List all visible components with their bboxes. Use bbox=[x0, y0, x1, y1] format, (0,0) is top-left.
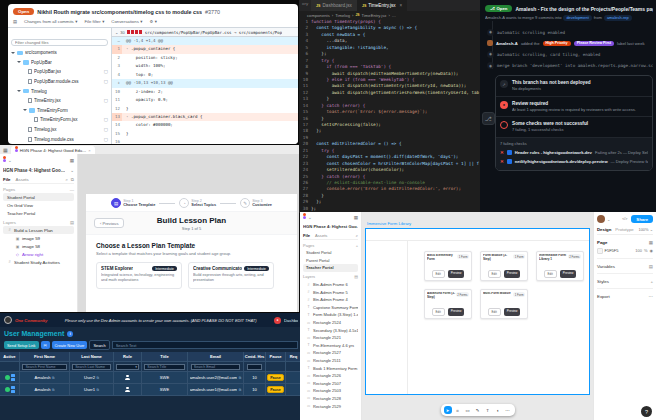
viewed-checkbox-icon[interactable]: ▢ bbox=[104, 69, 108, 74]
file-filter-dropdown[interactable]: File filter▾ bbox=[84, 19, 104, 24]
copy-icon[interactable]: ⧉ bbox=[239, 388, 241, 392]
layer-item[interactable]: ▭ Rectangle 2521 bbox=[303, 334, 358, 342]
page-color-swatch[interactable] bbox=[597, 248, 603, 254]
role-person-icon[interactable] bbox=[125, 387, 130, 393]
page-item[interactable]: Student Portal bbox=[3, 193, 74, 201]
file-tree-item[interactable]: Timelog.jsx ▢ bbox=[11, 125, 108, 135]
template-card[interactable]: Creative Communicator Intermediate Build… bbox=[188, 262, 274, 289]
filter-changed-files-input[interactable] bbox=[11, 39, 108, 46]
styles-section[interactable]: Styles bbox=[597, 279, 609, 284]
search-icon[interactable]: ⌕ bbox=[65, 177, 67, 182]
layer-item[interactable]: ▭ Rectangle 2503 bbox=[303, 387, 358, 395]
list-icon[interactable]: ▤ bbox=[354, 274, 358, 279]
role-person-icon[interactable] bbox=[125, 375, 130, 381]
layout-icon[interactable]: ▦ bbox=[354, 215, 358, 220]
layer-item[interactable]: ▭ Rectangle 2526 bbox=[303, 372, 358, 380]
layer-item[interactable]: ▭ Rectangle 2524 bbox=[303, 319, 358, 327]
chevron-down-icon[interactable]: ⌄ bbox=[70, 168, 74, 173]
template-card[interactable]: STEM Explorer Intermediate Integrated sc… bbox=[96, 262, 182, 289]
commit-item[interactable]: ◉ automatic scrolling enabled bbox=[487, 29, 653, 36]
collapse-icon[interactable]: — bbox=[70, 187, 74, 192]
filter-hours-input[interactable] bbox=[247, 364, 262, 370]
nav-dashboard-link[interactable]: Dashboard bbox=[284, 318, 298, 323]
layer-item[interactable]: ▭ Rectangle 2511 bbox=[303, 357, 358, 365]
pause-button[interactable]: Pause bbox=[267, 374, 284, 382]
edit-button[interactable]: Edit bbox=[488, 308, 501, 316]
layer-item[interactable]: T Book 1 Elementary Form bbox=[303, 364, 358, 372]
committed-hours-value[interactable]: 10 bbox=[252, 375, 257, 380]
avatar[interactable] bbox=[487, 40, 493, 46]
layer-item[interactable]: T Capstone Summary Form bbox=[303, 304, 358, 312]
send-setup-link-button[interactable]: Send Setup Link bbox=[4, 341, 39, 349]
copy-icon[interactable]: ⧉ bbox=[239, 376, 241, 380]
form-card[interactable]: Advanced Form (3-Step) 2 Forms Edit Prev… bbox=[424, 289, 472, 319]
diff-settings-button[interactable]: ⚙▾ bbox=[149, 19, 157, 24]
tab-design[interactable]: Design bbox=[597, 227, 611, 232]
dev-mode-toggle-icon[interactable]: </> bbox=[622, 217, 627, 221]
help-button[interactable]: ? bbox=[641, 406, 652, 417]
layer-item[interactable]: T Pre-Elementary 4-6 yrs bbox=[303, 342, 358, 350]
column-header[interactable]: First Name bbox=[20, 352, 70, 361]
search-icon[interactable]: ⌕ bbox=[356, 233, 358, 238]
changes-from-commits-dropdown[interactable]: Changes from all commits▾ bbox=[24, 19, 77, 24]
page-item[interactable]: Teacher Portal bbox=[303, 264, 358, 272]
active-status-dot[interactable] bbox=[5, 375, 10, 380]
info-icon[interactable]: i bbox=[67, 331, 73, 337]
column-header[interactable]: Cmtd. Hrs bbox=[244, 352, 266, 361]
tab-file[interactable]: File bbox=[303, 233, 310, 238]
tab-timeentry[interactable]: JS TimeEntry.jsx × bbox=[357, 0, 407, 11]
layer-item[interactable]: # Student Study Activities bbox=[3, 258, 74, 266]
frame-label[interactable]: Immersive Form Library bbox=[367, 221, 411, 226]
event-user[interactable]: Amalesh-A bbox=[496, 41, 518, 46]
layer-item[interactable]: # Btn-Admin Frame 5 bbox=[303, 288, 358, 296]
layer-item[interactable]: # Btn-Admin Frame 6 bbox=[303, 281, 358, 289]
edit-button[interactable]: Edit bbox=[544, 270, 557, 278]
conversations-dropdown[interactable]: Conversations▾ bbox=[111, 19, 142, 24]
user-table-row[interactable]: Amalesh⧉ User2⧉ SWE amalesh.user2@mail.c… bbox=[0, 372, 302, 384]
committed-hours-value[interactable]: 10 bbox=[252, 387, 257, 392]
tab-assets[interactable]: Assets bbox=[315, 233, 327, 238]
brand-name[interactable]: One Community bbox=[15, 318, 47, 323]
column-header[interactable]: Title bbox=[142, 352, 188, 361]
list-icon[interactable]: ▤ bbox=[70, 220, 74, 225]
check-run-row[interactable]: ✕ netlify/highestgoodnetwork-dev/deploy-… bbox=[500, 157, 648, 166]
page-color-value[interactable]: F5F5F5 bbox=[605, 248, 619, 253]
viewed-checkbox-icon[interactable]: ▢ bbox=[104, 137, 108, 142]
file-tree-item[interactable]: Timelog ▢ bbox=[11, 86, 108, 96]
open-variables-icon[interactable]: ▤ bbox=[649, 264, 653, 269]
viewed-checkbox-icon[interactable]: ▢ bbox=[104, 79, 108, 84]
edit-button[interactable]: Edit bbox=[432, 270, 445, 278]
preview-button[interactable]: Preview bbox=[504, 308, 521, 316]
filter-title-input[interactable] bbox=[144, 364, 185, 370]
search-text-input[interactable] bbox=[112, 341, 298, 349]
file-tree-item[interactable]: TimeEntry.jsx ▢ bbox=[11, 96, 108, 106]
lesson-plan-artboard[interactable]: ▤ Step 1Choose Template ◔ Step 2Select T… bbox=[86, 194, 297, 312]
eye-icon[interactable]: ◉ bbox=[650, 248, 654, 253]
viewed-checkbox-icon[interactable]: ▢ bbox=[104, 117, 108, 122]
mail-icon-button[interactable]: ✉ bbox=[41, 341, 50, 349]
label-please-review-first[interactable]: Please Review First bbox=[574, 41, 614, 46]
layer-item[interactable]: ▭ Rectangle 2507 bbox=[303, 380, 358, 388]
tool-icon[interactable]: ➤ bbox=[444, 406, 452, 414]
layer-item[interactable]: ▣ image 58 bbox=[3, 242, 74, 250]
tab-prototype[interactable]: Prototype bbox=[615, 227, 633, 232]
role-filter-dropdown[interactable]: ▾ bbox=[116, 364, 139, 370]
notification-bell-icon[interactable]: ● bbox=[274, 317, 281, 324]
code-editor[interactable]: 1 function TimeEntry(props) { 2 const to… bbox=[299, 19, 480, 212]
clock-mini-icon[interactable] bbox=[11, 386, 15, 390]
layer-item[interactable]: # Btn-Admin Frame 4 bbox=[303, 296, 358, 304]
tool-icon[interactable]: ◖ bbox=[494, 406, 502, 414]
layer-item[interactable]: T Secondary (3-Step) 4-5x10 bbox=[303, 326, 358, 334]
sidebar-toggle-icon[interactable]: ▤ bbox=[13, 19, 17, 24]
copy-icon[interactable]: ⧉ bbox=[52, 376, 54, 380]
brand-logo-icon[interactable] bbox=[4, 316, 12, 324]
project-title[interactable]: HGN Phase 4: Highest Goo… bbox=[3, 168, 65, 173]
main-menu-chevron-icon[interactable]: ⌄ bbox=[8, 158, 12, 163]
create-new-user-button[interactable]: Create New User bbox=[52, 341, 88, 349]
preview-button[interactable]: Preview bbox=[504, 270, 521, 278]
file-tree-item[interactable]: TimeEntryForm.jsx ▢ bbox=[11, 115, 108, 125]
grid-icon[interactable]: ▦ bbox=[649, 240, 653, 245]
column-header[interactable]: Last Name bbox=[70, 352, 114, 361]
viewed-checkbox-icon[interactable]: ▢ bbox=[104, 127, 108, 132]
collapse-diff-icon[interactable]: ⌄ bbox=[115, 30, 118, 35]
